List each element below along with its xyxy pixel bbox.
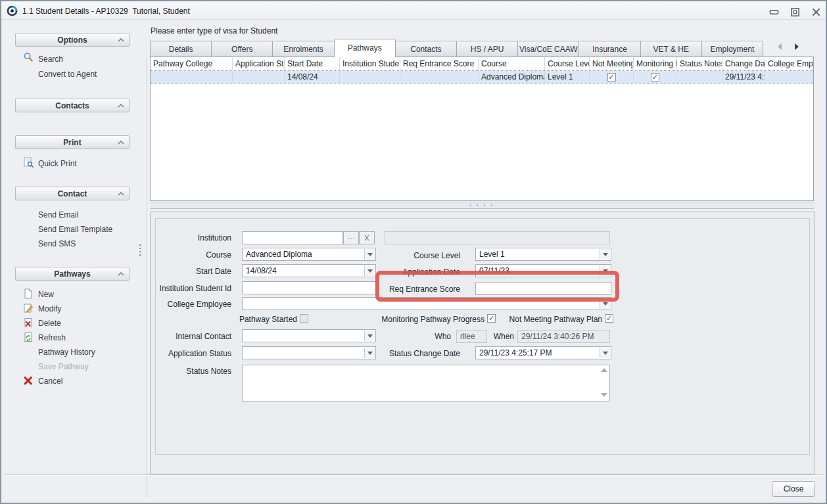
column-header-application-status[interactable]: Application Statu: [233, 57, 285, 70]
internal-contact-dropdown[interactable]: [242, 329, 376, 342]
req-entrance-score-input[interactable]: [475, 282, 611, 295]
chevron-down-icon: [603, 352, 608, 355]
tab-employment[interactable]: Employment: [701, 41, 763, 57]
institution-browse-button[interactable]: ···: [343, 231, 359, 244]
tab-vet-he[interactable]: VET & HE: [640, 41, 702, 57]
sidebar-item-quick-print[interactable]: Quick Print: [38, 159, 77, 168]
not-meeting-pathway-plan-checkbox[interactable]: ✓: [605, 314, 613, 323]
status-change-date-dropdown-button[interactable]: [600, 348, 610, 358]
sidebar-item-pathway-history[interactable]: Pathway History: [38, 348, 95, 357]
column-header-course-level[interactable]: Course Level: [545, 57, 590, 70]
column-header-institution-student-id[interactable]: Institution Stude: [340, 57, 400, 70]
arrow-left-icon: [778, 43, 782, 50]
sidebar-section-print[interactable]: Print: [15, 135, 130, 149]
sidebar-item-search[interactable]: Search: [38, 55, 63, 64]
internal-contact-dropdown-button[interactable]: [364, 331, 375, 341]
institution-label: Institution: [131, 233, 231, 242]
tab-contacts[interactable]: Contacts: [395, 41, 457, 57]
who-field: rllee: [456, 330, 487, 343]
monitoring-pathway-progress-checkbox[interactable]: ✓: [487, 314, 496, 323]
column-header-start-date[interactable]: Start Date: [285, 57, 340, 70]
column-header-not-meeting[interactable]: Not Meeting I: [590, 57, 634, 70]
splitter-grip-dots: · · · ·: [469, 204, 494, 207]
sidebar-item-modify[interactable]: Modify: [38, 304, 61, 313]
tab-pathways[interactable]: Pathways: [334, 39, 396, 57]
sidebar-item-send-email-template[interactable]: Send Email Template: [38, 225, 112, 234]
horizontal-splitter[interactable]: · · · ·: [150, 202, 814, 209]
application-status-dropdown[interactable]: [242, 346, 376, 359]
college-employee-dropdown[interactable]: [242, 297, 611, 310]
column-header-monitoring[interactable]: Monitoring Pa: [634, 57, 677, 70]
institution-clear-button[interactable]: X: [359, 231, 375, 244]
sidebar-item-send-sms[interactable]: Send SMS: [38, 239, 76, 248]
institution-input[interactable]: [242, 231, 343, 244]
cell-req-entrance-score: [400, 71, 479, 83]
status-notes-textarea[interactable]: [242, 365, 610, 401]
scroll-up-icon[interactable]: [601, 368, 607, 372]
sidebar-item-convert-to-agent[interactable]: Convert to Agent: [38, 70, 97, 79]
not-meeting-checkbox[interactable]: ✓: [607, 73, 616, 81]
grid-row-selected[interactable]: 14/08/24 Advanced Diploma Level 1 ✓ ✓ 29…: [151, 71, 813, 83]
new-document-icon: [23, 288, 34, 299]
course-value: Advanced Diploma: [246, 250, 312, 259]
edit-icon: [23, 303, 34, 313]
course-level-dropdown[interactable]: Level 1: [475, 248, 611, 261]
tab-offers[interactable]: Offers: [211, 41, 273, 57]
course-level-dropdown-button[interactable]: [600, 249, 610, 260]
tab-visa-coe-caaw[interactable]: Visa/CoE CAAW: [517, 41, 579, 57]
pathways-grid: Pathway College Application Statu Start …: [150, 57, 814, 201]
minimize-button[interactable]: [768, 7, 780, 17]
column-header-course[interactable]: Course: [479, 57, 545, 70]
sidebar-item-send-email[interactable]: Send Email: [38, 210, 78, 219]
sidebar-section-contacts[interactable]: Contacts: [15, 99, 130, 112]
column-header-college-employee[interactable]: College Emplo: [765, 57, 813, 70]
tab-details[interactable]: Details: [150, 41, 212, 57]
sidebar-section-contact[interactable]: Contact: [15, 187, 130, 200]
app-logo-icon: [7, 5, 18, 16]
sidebar-item-refresh[interactable]: Refresh: [38, 333, 66, 342]
cell-course: Advanced Diploma: [479, 71, 545, 83]
column-header-req-entrance-score[interactable]: Req Entrance Score: [400, 57, 479, 70]
monitoring-pathway-progress-label: Monitoring Pathway Progress: [368, 315, 484, 324]
application-date-dropdown-button[interactable]: [600, 265, 610, 276]
scroll-down-icon[interactable]: [601, 393, 607, 397]
institution-display-field: [385, 231, 610, 244]
titlebar[interactable]: 1.1 Student Details - AP10329 Tutorial, …: [1, 1, 826, 20]
chevron-down-icon: [603, 302, 608, 306]
not-meeting-pathway-plan-label: Not Meeting Pathway Plan: [506, 315, 602, 324]
cell-status-notes: [677, 71, 722, 83]
cell-application-status: [233, 71, 285, 83]
tab-insurance[interactable]: Insurance: [579, 41, 640, 57]
application-date-dropdown[interactable]: 07/11/23: [475, 264, 611, 277]
search-icon: [23, 52, 34, 62]
sidebar-item-save-pathway: Save Pathway: [38, 362, 89, 371]
req-entrance-score-label: Req Entrance Score: [355, 285, 460, 294]
monitoring-checkbox[interactable]: ✓: [651, 73, 659, 81]
sidebar-item-cancel[interactable]: Cancel: [38, 377, 62, 386]
column-header-change-date[interactable]: Change Date: [722, 57, 765, 70]
contacts-section-title: Contacts: [55, 101, 89, 110]
tab-scroll-right-button[interactable]: [792, 41, 802, 53]
cell-institution-student-id: [340, 71, 400, 83]
status-change-date-label: Status Change Date: [368, 349, 460, 358]
column-header-pathway-college[interactable]: Pathway College: [151, 57, 233, 70]
close-button[interactable]: Close: [772, 481, 815, 497]
chevron-up-icon: [118, 192, 124, 196]
column-header-status-notes[interactable]: Status Notes: [677, 57, 722, 70]
chevron-down-icon: [367, 334, 373, 338]
close-window-button[interactable]: [811, 7, 822, 17]
sidebar-item-delete[interactable]: Delete: [38, 319, 61, 328]
sidebar-section-pathways[interactable]: Pathways: [15, 267, 130, 281]
sidebar-item-new[interactable]: New: [38, 290, 54, 299]
sidebar-section-options[interactable]: Options: [15, 33, 130, 47]
pathway-started-checkbox[interactable]: [300, 314, 308, 323]
tab-hs-apu[interactable]: HS / APU: [456, 41, 518, 57]
restore-button[interactable]: [790, 7, 801, 17]
chevron-down-icon: [603, 269, 608, 273]
course-level-value: Level 1: [479, 250, 505, 259]
status-change-date-dropdown[interactable]: 29/11/23 4:25:17 PM: [475, 346, 611, 359]
tab-enrolments[interactable]: Enrolments: [272, 41, 334, 57]
chevron-down-icon: [603, 253, 608, 256]
tab-scroll-left-button[interactable]: [774, 41, 785, 53]
college-employee-dropdown-button[interactable]: [600, 298, 610, 309]
